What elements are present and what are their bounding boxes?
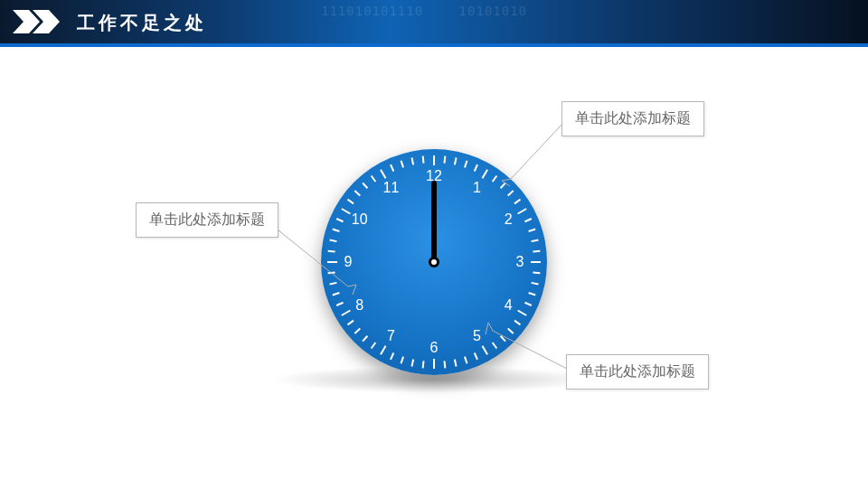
callout-left[interactable]: 单击此处添加标题 — [136, 202, 278, 238]
callout-text: 单击此处添加标题 — [580, 363, 695, 379]
callout-text: 单击此处添加标题 — [575, 110, 691, 126]
callout-text: 单击此处添加标题 — [149, 211, 265, 227]
callout-top-right[interactable]: 单击此处添加标题 — [561, 101, 704, 136]
callout-bottom-right[interactable]: 单击此处添加标题 — [566, 354, 709, 389]
callout-leaders — [0, 0, 868, 488]
